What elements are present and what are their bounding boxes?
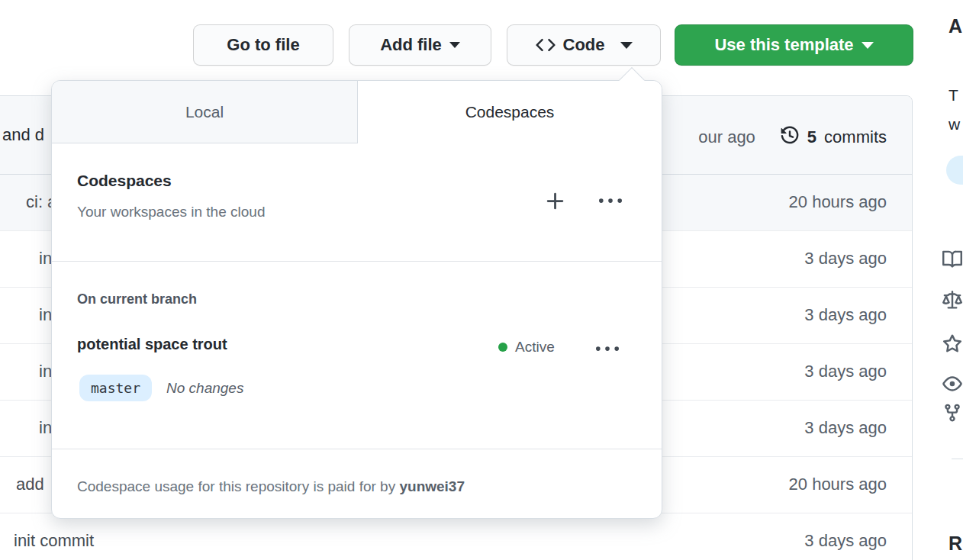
kebab-icon [599, 190, 622, 216]
usage-text: Codespace usage for this repository is p… [77, 478, 399, 494]
divider [52, 449, 662, 449]
law-icon [942, 291, 962, 311]
go-to-file-label: Go to file [227, 35, 299, 55]
about-heading: A [949, 15, 962, 37]
caret-down-icon [620, 42, 633, 49]
row-date: 3 days ago [804, 362, 887, 381]
row-date: 3 days ago [804, 418, 887, 438]
no-changes-label: No changes [166, 380, 243, 397]
row-commit-message[interactable]: add [16, 475, 44, 494]
row-date: 20 hours ago [789, 192, 887, 212]
commit-count[interactable]: 5 [807, 127, 816, 147]
usage-owner: yunwei37 [399, 478, 465, 494]
usage-footer: Codespace usage for this repository is p… [77, 478, 465, 495]
add-file-button[interactable]: Add file [349, 24, 491, 66]
status-label: Active [515, 339, 555, 356]
row-date: 3 days ago [804, 531, 887, 551]
caret-down-icon [449, 42, 460, 48]
history-icon [780, 125, 800, 150]
code-button[interactable]: Code [507, 24, 661, 66]
row-date: 3 days ago [804, 249, 887, 269]
eye-icon [942, 374, 962, 394]
table-row[interactable]: init commit 3 days ago [0, 513, 912, 560]
new-codespace-button[interactable] [540, 188, 571, 218]
use-this-template-button[interactable]: Use this template [675, 24, 913, 66]
divider [952, 459, 963, 459]
repo-description-line2: w [949, 115, 960, 134]
latest-commit-message[interactable]: and d [2, 125, 44, 145]
codespace-name[interactable]: potential space trout [77, 336, 227, 353]
tab-codespaces-label: Codespaces [465, 103, 555, 121]
row-commit-message[interactable]: init commit [14, 531, 94, 551]
tab-codespaces[interactable]: Codespaces [358, 81, 662, 143]
on-current-branch-label: On current branch [77, 291, 197, 307]
repo-description-line1: T [949, 86, 958, 105]
codespaces-options-button[interactable] [595, 188, 626, 218]
codespace-status: Active [498, 339, 555, 356]
plus-icon [544, 190, 567, 216]
commits-label[interactable]: commits [824, 127, 887, 147]
active-dot-icon [498, 343, 507, 352]
releases-heading: R [949, 533, 962, 555]
branch-badge[interactable]: master [79, 375, 152, 401]
tab-local[interactable]: Local [52, 81, 358, 143]
topic-tag[interactable] [946, 156, 963, 185]
star-icon [942, 334, 962, 354]
codespaces-heading: Codespaces [77, 172, 172, 190]
go-to-file-button[interactable]: Go to file [193, 24, 333, 66]
tab-local-label: Local [185, 103, 224, 121]
dropdown-tabs: Local Codespaces [52, 81, 662, 143]
code-icon [536, 35, 556, 55]
caret-down-icon [862, 42, 874, 49]
divider [52, 261, 662, 262]
codespace-options-button[interactable] [592, 336, 623, 366]
kebab-icon [596, 338, 619, 364]
use-template-label: Use this template [714, 35, 853, 55]
row-date: 20 hours ago [789, 475, 887, 494]
codespaces-subtitle: Your workspaces in the cloud [77, 204, 265, 220]
book-icon [942, 249, 962, 269]
row-date: 3 days ago [804, 305, 887, 325]
code-dropdown: Local Codespaces Codespaces Your workspa… [51, 80, 662, 519]
code-label: Code [563, 35, 605, 55]
add-file-label: Add file [380, 35, 442, 55]
fork-icon [942, 403, 962, 423]
latest-commit-time: our ago [698, 127, 755, 147]
